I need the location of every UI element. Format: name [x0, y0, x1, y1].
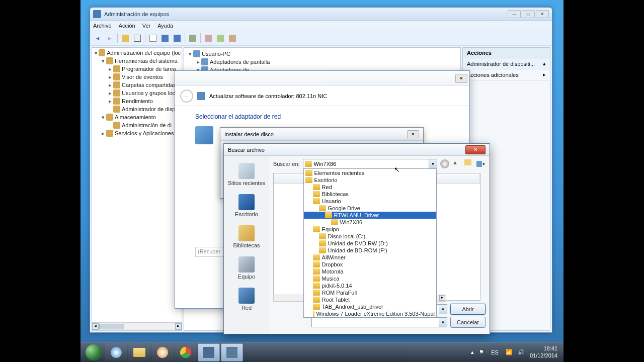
tray-clock[interactable]: 18:41 01/12/2014 [530, 345, 557, 358]
view-a-button[interactable] [159, 33, 171, 44]
maximize-button[interactable]: ▭ [522, 10, 535, 18]
new-folder-icon[interactable] [464, 159, 473, 168]
driver-icon [197, 92, 205, 100]
dropdown-item[interactable]: Unidad de BD-ROM (F:) [304, 247, 436, 254]
taskbar: ▴ ⚑ ES 📶 🔊 18:41 01/12/2014 [80, 342, 564, 362]
nav-up-icon[interactable]: ▲ [452, 159, 461, 168]
tray-network-icon[interactable]: 📶 [506, 349, 513, 355]
app-icon [93, 10, 101, 18]
tree-item[interactable]: Administración de di [92, 121, 182, 129]
refresh-button[interactable] [187, 33, 198, 44]
taskbar-app-b[interactable] [221, 343, 243, 361]
taskbar-chrome[interactable] [175, 343, 197, 361]
dropdown-item[interactable]: ROM ParaFull [304, 289, 436, 296]
up-button[interactable] [120, 33, 131, 44]
menu-accion[interactable]: Acción [119, 23, 135, 29]
left-tree-pane[interactable]: ▾Administración del equipo (loc▾Herramie… [92, 47, 182, 331]
window-file-browser: Buscar archivo ✕ Sitios recientes Escrit… [223, 143, 490, 334]
minimize-button[interactable]: ─ [508, 10, 521, 18]
tray-volume-icon[interactable]: 🔊 [518, 349, 525, 355]
place-desktop[interactable]: Escritorio [224, 191, 269, 222]
frame-button[interactable] [132, 33, 143, 44]
place-network[interactable]: Red [224, 285, 269, 316]
tree-item[interactable]: ▾Almacenamiento [92, 113, 182, 121]
lookin-dropdown[interactable]: Elementos recientesEscritorioRedBibliote… [303, 169, 437, 318]
dropdown-item[interactable]: Equipo [304, 226, 436, 233]
dropdown-item[interactable]: Root Tablet [304, 296, 436, 303]
dropdown-item[interactable]: Win7X86 [304, 219, 436, 226]
close-button[interactable]: ✕ [455, 74, 467, 83]
cancel-button[interactable]: Cancelar [450, 317, 486, 328]
dev-button-a[interactable] [215, 33, 226, 44]
taskbar-media[interactable] [151, 343, 174, 361]
lookin-combo[interactable]: Win7X86 ▼ Elementos recientesEscritorioR… [303, 159, 437, 169]
dropdown-item[interactable]: Elementos recientes [304, 169, 436, 176]
dropdown-item[interactable]: Musica [304, 275, 436, 282]
menu-ver[interactable]: Ver [142, 23, 151, 29]
dropdown-item[interactable]: pidkit-5.0.14 [304, 282, 436, 289]
actions-more[interactable]: Acciones adicionales▸ [463, 69, 550, 80]
back-button[interactable]: ← [180, 89, 193, 103]
tree-item[interactable]: ▸Usuarios y grupos loc [92, 89, 182, 97]
open-button[interactable]: Abrir [450, 304, 486, 315]
tree-item[interactable]: Administrador de disp [92, 105, 182, 113]
start-button[interactable] [83, 343, 105, 361]
dropdown-item[interactable]: Disco local (C:) [304, 233, 436, 240]
dropdown-item[interactable]: Google Drive [304, 205, 436, 212]
forward-button[interactable]: ► [104, 33, 115, 44]
menu-ayuda[interactable]: Ayuda [157, 23, 173, 29]
tree-item[interactable]: ▸Visor de eventos [92, 73, 182, 81]
dropdown-item[interactable]: Windows 7 Loader eXtreme Edition 3.503-N… [304, 310, 436, 317]
close-button[interactable]: ✕ [407, 130, 419, 138]
scroll-thumb[interactable] [99, 324, 124, 329]
tree-item[interactable]: ▸Rendimiento [92, 97, 182, 105]
tray-language[interactable]: ES [489, 348, 501, 356]
taskbar-explorer[interactable] [128, 343, 150, 361]
tree-item[interactable]: ▾Administración del equipo (loc [92, 49, 182, 57]
nav-back-icon[interactable] [440, 159, 449, 168]
disk-titlebar[interactable]: Instalar desde disco ✕ [220, 128, 423, 141]
file-titlebar[interactable]: Buscar archivo ✕ [224, 144, 490, 156]
tree-item[interactable]: ▾Herramientas del sistema [92, 57, 182, 65]
titlebar[interactable]: Administración de equipos ─ ▭ ✕ [90, 8, 552, 21]
scan-button[interactable] [203, 33, 214, 44]
dropdown-item[interactable]: Bibliotecas [304, 191, 436, 198]
dropdown-item[interactable]: RTWLANU_Driver [304, 212, 436, 219]
close-button[interactable]: ✕ [536, 10, 549, 18]
place-recent[interactable]: Sitios recientes [224, 160, 269, 191]
dropdown-item[interactable]: Usuario [304, 198, 436, 205]
dropdown-item[interactable]: Escritorio [304, 176, 436, 184]
tray-expand-icon[interactable]: ▴ [471, 349, 474, 355]
taskbar-ie[interactable] [105, 343, 127, 361]
driver-titlebar[interactable]: ✕ [175, 71, 469, 86]
dropdown-item[interactable]: Red [304, 184, 436, 191]
view-b-button[interactable] [172, 33, 183, 44]
device-tree-item[interactable]: ▸Adaptadores de pantalla [186, 58, 458, 66]
tray-flag-icon[interactable]: ⚑ [479, 349, 484, 355]
dropdown-item[interactable]: AllWinner [304, 254, 436, 261]
close-button[interactable]: ✕ [465, 145, 486, 154]
actions-device-manager[interactable]: Administrador de dispositi...▴ [463, 58, 550, 69]
tree-item[interactable]: ▸Carpetas compartidas [92, 81, 182, 89]
taskbar-app-a[interactable] [198, 343, 220, 361]
filetype-combo[interactable]: ▼ [311, 317, 447, 327]
properties-button[interactable] [147, 33, 158, 44]
place-libraries[interactable]: Bibliotecas [224, 222, 269, 253]
toolbar: ◄ ► [90, 31, 552, 46]
back-button[interactable]: ◄ [92, 33, 103, 44]
dropdown-item[interactable]: Dropbox [304, 261, 436, 268]
tree-item[interactable]: ▸Servicios y Aplicaciones [92, 129, 182, 137]
scrollbar-horizontal[interactable]: ◄ ► [92, 322, 182, 330]
chevron-down-icon[interactable]: ▼ [429, 159, 437, 168]
dropdown-item[interactable]: Motorola [304, 268, 436, 275]
device-tree-item[interactable]: ▾Usuario-PC [186, 50, 458, 58]
menu-archivo[interactable]: Archivo [93, 23, 112, 29]
view-menu-icon[interactable]: ▼ [476, 159, 486, 168]
dropdown-item[interactable]: Unidad de DVD RW (D:) [304, 240, 436, 247]
tree-item[interactable]: ▸Programador de tarea [92, 65, 182, 73]
place-computer[interactable]: Equipo [224, 253, 269, 285]
windows-orb-icon [86, 344, 102, 360]
dropdown-item[interactable]: TAB_Android_usb_driver [304, 303, 436, 310]
dev-button-b[interactable] [227, 33, 238, 44]
folder-icon [305, 161, 312, 167]
